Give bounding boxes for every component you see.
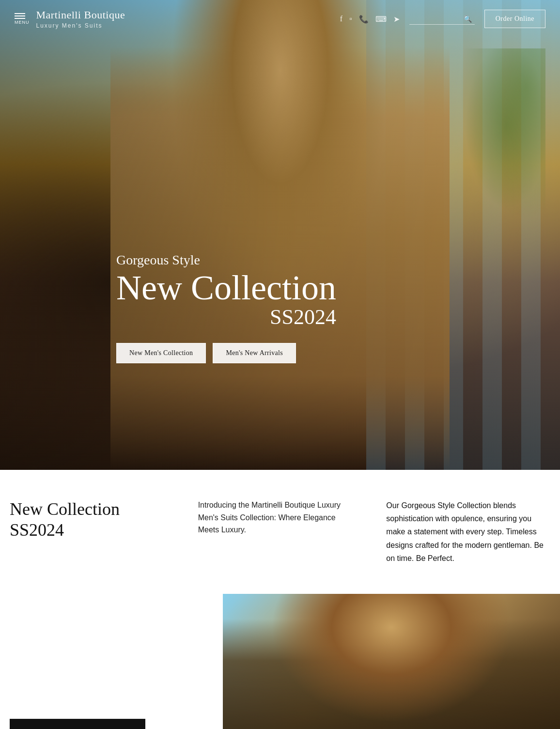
menu-label: MENU bbox=[15, 20, 30, 25]
menu-button[interactable]: MENU bbox=[15, 13, 30, 25]
viber-icon[interactable]: 📞 bbox=[359, 15, 369, 24]
facebook-icon[interactable]: f bbox=[340, 15, 342, 23]
search-button[interactable]: 🔍 bbox=[464, 15, 472, 23]
info-heading-line1: New Collection bbox=[10, 499, 120, 519]
bottom-image-section: View Collection bbox=[0, 594, 560, 729]
social-icons: f ▫ 📞 ⌨ ➤ bbox=[340, 15, 400, 24]
info-heading-line2: SS2024 bbox=[10, 520, 64, 540]
info-col-heading: New Collection SS2024 bbox=[0, 499, 184, 541]
hero-section: MENU Martinelli Boutique Luxury Men's Su… bbox=[0, 0, 560, 470]
hero-year: SS2024 bbox=[116, 305, 336, 329]
search-bar: 🔍 bbox=[409, 14, 475, 25]
info-heading: New Collection SS2024 bbox=[10, 499, 169, 541]
info-col-body2: Our Gorgeous Style Collection blends sop… bbox=[372, 499, 560, 565]
hero-overlay bbox=[0, 0, 560, 470]
nav-left: MENU Martinelli Boutique Luxury Men's Su… bbox=[15, 9, 125, 29]
info-section: New Collection SS2024 Introducing the Ma… bbox=[0, 470, 560, 584]
hero-buttons: New Men's Collection Men's New Arrivals bbox=[116, 343, 336, 363]
navbar: MENU Martinelli Boutique Luxury Men's Su… bbox=[0, 0, 560, 38]
bottom-model-image bbox=[223, 594, 560, 729]
hero-subtitle: Gorgeous Style bbox=[116, 252, 336, 268]
mens-new-arrivals-button[interactable]: Men's New Arrivals bbox=[213, 343, 296, 363]
telegram-icon[interactable]: ➤ bbox=[393, 15, 400, 24]
info-col-body1: Introducing the Martinelli Boutique Luxu… bbox=[184, 499, 372, 536]
bottom-image-overlay bbox=[223, 594, 560, 729]
brand-tagline: Luxury Men's Suits bbox=[36, 22, 125, 29]
bottom-left-panel: View Collection bbox=[0, 594, 223, 729]
order-online-button[interactable]: Order Online bbox=[484, 10, 545, 28]
search-input[interactable] bbox=[412, 15, 461, 22]
brand-name: Martinelli Boutique bbox=[36, 9, 125, 21]
instagram-icon[interactable]: ▫ bbox=[349, 15, 352, 23]
whatsapp-icon[interactable]: ⌨ bbox=[375, 15, 387, 24]
nav-right: f ▫ 📞 ⌨ ➤ 🔍 Order Online bbox=[340, 10, 545, 28]
hero-content: Gorgeous Style New Collection SS2024 New… bbox=[116, 252, 336, 363]
new-mens-collection-button[interactable]: New Men's Collection bbox=[116, 343, 206, 363]
brand-info: Martinelli Boutique Luxury Men's Suits bbox=[36, 9, 125, 29]
view-collection-button[interactable]: View Collection bbox=[10, 719, 145, 729]
info-body2: Our Gorgeous Style Collection blends sop… bbox=[386, 499, 545, 565]
hamburger-icon bbox=[15, 13, 30, 19]
info-body1: Introducing the Martinelli Boutique Luxu… bbox=[198, 499, 358, 536]
hero-title: New Collection bbox=[116, 270, 336, 307]
